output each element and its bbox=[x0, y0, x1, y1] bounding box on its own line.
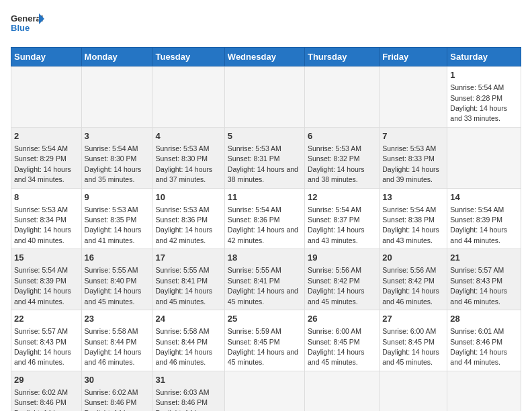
day-number: 15 bbox=[14, 252, 79, 264]
calendar-cell bbox=[380, 66, 447, 128]
day-number: 23 bbox=[85, 313, 150, 325]
day-info: Sunrise: 5:58 AMSunset: 8:44 PMDaylight:… bbox=[85, 327, 142, 366]
calendar-cell: 18Sunrise: 5:55 AMSunset: 8:41 PMDayligh… bbox=[224, 249, 304, 310]
day-number: 30 bbox=[85, 374, 150, 386]
calendar-cell: 3Sunrise: 5:54 AMSunset: 8:30 PMDaylight… bbox=[81, 127, 152, 188]
day-number: 2 bbox=[14, 130, 79, 142]
calendar-cell bbox=[447, 127, 521, 188]
calendar-week-row: 29Sunrise: 6:02 AMSunset: 8:46 PMDayligh… bbox=[11, 371, 521, 411]
day-number: 16 bbox=[85, 252, 150, 264]
day-info: Sunrise: 5:53 AMSunset: 8:30 PMDaylight:… bbox=[155, 144, 212, 183]
day-info: Sunrise: 5:55 AMSunset: 8:41 PMDaylight:… bbox=[228, 266, 298, 305]
calendar-cell: 12Sunrise: 5:54 AMSunset: 8:37 PMDayligh… bbox=[304, 188, 379, 249]
day-info: Sunrise: 5:59 AMSunset: 8:45 PMDaylight:… bbox=[228, 327, 298, 366]
day-info: Sunrise: 5:54 AMSunset: 8:38 PMDaylight:… bbox=[382, 205, 439, 244]
day-number: 24 bbox=[155, 313, 221, 325]
calendar-cell: 11Sunrise: 5:54 AMSunset: 8:36 PMDayligh… bbox=[224, 188, 304, 249]
calendar-cell: 28Sunrise: 6:01 AMSunset: 8:46 PMDayligh… bbox=[447, 310, 521, 371]
day-number: 4 bbox=[155, 130, 221, 142]
header-row: SundayMondayTuesdayWednesdayThursdayFrid… bbox=[11, 48, 521, 66]
calendar-cell: 26Sunrise: 6:00 AMSunset: 8:45 PMDayligh… bbox=[304, 310, 379, 371]
day-number: 10 bbox=[155, 191, 221, 203]
day-info: Sunrise: 5:54 AMSunset: 8:30 PMDaylight:… bbox=[85, 144, 142, 183]
day-number: 26 bbox=[308, 313, 376, 325]
calendar-cell: 29Sunrise: 6:02 AMSunset: 8:46 PMDayligh… bbox=[11, 371, 82, 411]
header-day: Tuesday bbox=[152, 48, 224, 66]
day-info: Sunrise: 5:53 AMSunset: 8:34 PMDaylight:… bbox=[14, 205, 71, 244]
logo: General Blue bbox=[11, 11, 44, 39]
calendar-cell: 13Sunrise: 5:54 AMSunset: 8:38 PMDayligh… bbox=[380, 188, 447, 249]
calendar-week-row: 8Sunrise: 5:53 AMSunset: 8:34 PMDaylight… bbox=[11, 188, 521, 249]
day-number: 12 bbox=[308, 191, 376, 203]
day-number: 11 bbox=[228, 191, 302, 203]
calendar-cell: 7Sunrise: 5:53 AMSunset: 8:33 PMDaylight… bbox=[380, 127, 447, 188]
calendar-cell: 17Sunrise: 5:55 AMSunset: 8:41 PMDayligh… bbox=[152, 249, 224, 310]
day-info: Sunrise: 5:58 AMSunset: 8:44 PMDaylight:… bbox=[155, 327, 212, 366]
calendar-cell bbox=[304, 371, 379, 411]
calendar-cell: 9Sunrise: 5:53 AMSunset: 8:35 PMDaylight… bbox=[81, 188, 152, 249]
calendar-cell: 20Sunrise: 5:56 AMSunset: 8:42 PMDayligh… bbox=[380, 249, 447, 310]
day-number: 25 bbox=[228, 313, 302, 325]
day-info: Sunrise: 5:53 AMSunset: 8:36 PMDaylight:… bbox=[155, 205, 212, 244]
day-info: Sunrise: 5:53 AMSunset: 8:32 PMDaylight:… bbox=[308, 144, 365, 183]
day-number: 5 bbox=[228, 130, 302, 142]
day-info: Sunrise: 5:54 AMSunset: 8:29 PMDaylight:… bbox=[14, 144, 71, 183]
header-day: Friday bbox=[380, 48, 447, 66]
calendar-cell bbox=[152, 66, 224, 128]
calendar-cell: 14Sunrise: 5:54 AMSunset: 8:39 PMDayligh… bbox=[447, 188, 521, 249]
day-number: 17 bbox=[155, 252, 221, 264]
day-number: 1 bbox=[450, 69, 518, 81]
calendar-cell: 8Sunrise: 5:53 AMSunset: 8:34 PMDaylight… bbox=[11, 188, 82, 249]
calendar-cell bbox=[224, 66, 304, 128]
day-info: Sunrise: 6:02 AMSunset: 8:46 PMDaylight:… bbox=[14, 388, 71, 411]
day-info: Sunrise: 5:55 AMSunset: 8:41 PMDaylight:… bbox=[155, 266, 212, 305]
calendar-cell: 1Sunrise: 5:54 AMSunset: 8:28 PMDaylight… bbox=[447, 66, 521, 128]
day-info: Sunrise: 5:54 AMSunset: 8:37 PMDaylight:… bbox=[308, 205, 365, 244]
calendar-cell bbox=[81, 66, 152, 128]
day-info: Sunrise: 5:54 AMSunset: 8:39 PMDaylight:… bbox=[14, 266, 71, 305]
calendar-cell: 2Sunrise: 5:54 AMSunset: 8:29 PMDaylight… bbox=[11, 127, 82, 188]
day-info: Sunrise: 6:01 AMSunset: 8:46 PMDaylight:… bbox=[450, 327, 507, 366]
calendar-cell bbox=[447, 371, 521, 411]
day-number: 3 bbox=[85, 130, 150, 142]
day-number: 27 bbox=[382, 313, 444, 325]
calendar-cell: 24Sunrise: 5:58 AMSunset: 8:44 PMDayligh… bbox=[152, 310, 224, 371]
calendar-cell bbox=[11, 66, 82, 128]
day-number: 28 bbox=[450, 313, 518, 325]
calendar-week-row: 15Sunrise: 5:54 AMSunset: 8:39 PMDayligh… bbox=[11, 249, 521, 310]
day-info: Sunrise: 5:54 AMSunset: 8:36 PMDaylight:… bbox=[228, 205, 298, 244]
calendar-week-row: 22Sunrise: 5:57 AMSunset: 8:43 PMDayligh… bbox=[11, 310, 521, 371]
day-number: 21 bbox=[450, 252, 518, 264]
day-number: 20 bbox=[382, 252, 444, 264]
header-day: Monday bbox=[81, 48, 152, 66]
day-info: Sunrise: 5:56 AMSunset: 8:42 PMDaylight:… bbox=[382, 266, 439, 305]
day-info: Sunrise: 6:03 AMSunset: 8:46 PMDaylight:… bbox=[155, 388, 212, 411]
calendar-week-row: 1Sunrise: 5:54 AMSunset: 8:28 PMDaylight… bbox=[11, 66, 521, 128]
calendar-week-row: 2Sunrise: 5:54 AMSunset: 8:29 PMDaylight… bbox=[11, 127, 521, 188]
calendar-cell bbox=[304, 66, 379, 128]
calendar-cell: 19Sunrise: 5:56 AMSunset: 8:42 PMDayligh… bbox=[304, 249, 379, 310]
header-day: Saturday bbox=[447, 48, 521, 66]
day-info: Sunrise: 5:54 AMSunset: 8:39 PMDaylight:… bbox=[450, 205, 507, 244]
header-day: Wednesday bbox=[224, 48, 304, 66]
day-info: Sunrise: 6:02 AMSunset: 8:46 PMDaylight:… bbox=[85, 388, 142, 411]
calendar-cell: 31Sunrise: 6:03 AMSunset: 8:46 PMDayligh… bbox=[152, 371, 224, 411]
day-info: Sunrise: 6:00 AMSunset: 8:45 PMDaylight:… bbox=[308, 327, 365, 366]
day-info: Sunrise: 5:53 AMSunset: 8:35 PMDaylight:… bbox=[85, 205, 142, 244]
calendar-cell: 21Sunrise: 5:57 AMSunset: 8:43 PMDayligh… bbox=[447, 249, 521, 310]
logo-svg: General Blue bbox=[11, 11, 44, 39]
calendar-cell: 16Sunrise: 5:55 AMSunset: 8:40 PMDayligh… bbox=[81, 249, 152, 310]
calendar-cell: 30Sunrise: 6:02 AMSunset: 8:46 PMDayligh… bbox=[81, 371, 152, 411]
svg-text:Blue: Blue bbox=[11, 23, 30, 33]
day-number: 9 bbox=[85, 191, 150, 203]
svg-text:General: General bbox=[11, 13, 43, 24]
day-info: Sunrise: 5:56 AMSunset: 8:42 PMDaylight:… bbox=[308, 266, 365, 305]
day-number: 14 bbox=[450, 191, 518, 203]
header-day: Sunday bbox=[11, 48, 82, 66]
day-number: 29 bbox=[14, 374, 79, 386]
day-number: 19 bbox=[308, 252, 376, 264]
calendar-cell: 22Sunrise: 5:57 AMSunset: 8:43 PMDayligh… bbox=[11, 310, 82, 371]
day-number: 6 bbox=[308, 130, 376, 142]
day-info: Sunrise: 6:00 AMSunset: 8:45 PMDaylight:… bbox=[382, 327, 439, 366]
calendar-cell bbox=[224, 371, 304, 411]
